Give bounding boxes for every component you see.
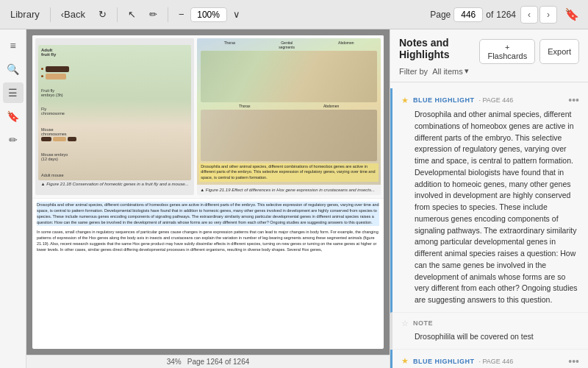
progress-percent: 34% <box>167 358 182 366</box>
page-label: Page <box>430 10 451 20</box>
note-1-header: ★ BLUE HIGHLIGHT · PAGE 446 ••• <box>401 94 579 106</box>
note-type-3: BLUE HIGHLIGHT <box>413 358 475 365</box>
chromosome-group-1 <box>41 66 188 79</box>
page-of-label: of <box>486 10 493 20</box>
fig-labels-bottom: Thorax Abdomen <box>199 104 379 108</box>
fig-21-19-caption: ▲ Figure 21.19 Effect of differences in … <box>197 186 381 195</box>
text-para-2: In some cases, small changes in regulato… <box>37 229 379 253</box>
prev-page-button[interactable]: ‹ <box>520 6 538 24</box>
figure-area: Adultfruit fly <box>32 35 384 199</box>
fig-21-18-caption: ▲ Figure 21.18 Conservation of homeotic … <box>41 182 189 188</box>
highlighted-text-doc: Drosophila and other animal species, dif… <box>199 163 379 182</box>
next-page-button[interactable]: › <box>539 6 557 24</box>
filter-value: All items <box>432 67 463 76</box>
filter-arrow-icon: ▾ <box>465 66 469 76</box>
sidebar-menu-button[interactable]: ≡ <box>3 35 24 56</box>
mouse-chromosomes: Mousechromosomes <box>41 127 188 141</box>
figure-right: Thorax Genitalsegments Abdomen Thorax Ab… <box>197 38 381 195</box>
mouse-chr-3 <box>68 137 76 141</box>
chr-dot <box>41 75 43 77</box>
note-menu-3[interactable]: ••• <box>568 355 579 367</box>
notes-list: ★ BLUE HIGHLIGHT · PAGE 446 ••• Drosophi… <box>390 82 588 368</box>
note-menu-1[interactable]: ••• <box>568 94 579 106</box>
chr-bar <box>46 74 66 79</box>
refresh-button[interactable]: ↻ <box>94 6 111 23</box>
page-number-input[interactable] <box>453 7 483 22</box>
highlighted-para-1: Drosophila and other animal species, dif… <box>37 202 379 226</box>
fruit-fly-chr-label: Fruit flyembryo (3h) <box>41 88 188 97</box>
main-toolbar: Library ‹ Back ↻ ↖ ✏ − 100% ∨ Page of 12… <box>0 0 588 29</box>
star-icon-2[interactable]: ☆ <box>401 319 409 328</box>
note-item-3: ★ BLUE HIGHLIGHT · PAGE 446 ••• Adultfru… <box>390 350 588 369</box>
main-content: ≡ 🔍 ☰ 🔖 ✏ Adultfruit fly <box>0 29 588 368</box>
fig-adult-fruit-fly-label: Adultfruit fly <box>41 48 188 57</box>
chr-bar <box>46 66 69 72</box>
notes-highlights-panel: Notes and Highlights + Flashcards Export… <box>390 29 588 368</box>
filter-label: Filter by <box>399 67 428 76</box>
page-control: Page of 1264 <box>430 7 516 22</box>
back-button[interactable]: ‹ Back <box>57 6 90 23</box>
genital-label: Genitalsegments <box>279 40 295 49</box>
mouse-chr-label: Mousechromosomes <box>41 127 188 136</box>
bottom-status-bar: 34% Page 1264 of 1264 <box>26 355 390 368</box>
note-2-header: ☆ NOTE <box>401 319 579 328</box>
flashcards-button[interactable]: + Flashcards <box>479 39 535 64</box>
highlight-icon: ✏ <box>149 9 157 20</box>
zoom-in-button[interactable]: ∨ <box>229 6 245 23</box>
star-icon-3[interactable]: ★ <box>401 356 409 366</box>
mouse-embryo-label: Mouse embryo(12 days) <box>41 152 188 161</box>
zoom-out-button[interactable]: − <box>174 6 189 23</box>
notes-panel-title: Notes and Highlights <box>399 37 479 60</box>
note-page-3: · PAGE 446 <box>479 358 514 365</box>
note-type-1: BLUE HIGHLIGHT <box>413 96 475 104</box>
sidebar-search-button[interactable]: 🔍 <box>3 59 24 79</box>
thorax-label-1: Thorax <box>224 40 236 49</box>
abdomen-label-1: Abdomen <box>338 40 354 49</box>
filter-row: Filter by All items ▾ <box>399 66 579 76</box>
fig-21-19-image: Thorax Genitalsegments Abdomen Thorax Ab… <box>197 38 381 185</box>
page-nav: ‹ › <box>520 6 557 24</box>
library-button[interactable]: Library <box>6 6 44 23</box>
notes-header: Notes and Highlights + Flashcards Export… <box>390 29 588 82</box>
note-3-header: ★ BLUE HIGHLIGHT · PAGE 446 ••• <box>401 355 579 367</box>
zoom-value-display: 100% <box>190 7 227 22</box>
page-content: Adultfruit fly <box>32 35 384 349</box>
toolbar-separator <box>50 7 51 22</box>
organism-image-1 <box>201 51 377 102</box>
sidebar-toc-button[interactable]: ☰ <box>3 82 24 103</box>
bookmark-icon: 🔖 <box>564 8 579 21</box>
star-icon-1[interactable]: ★ <box>401 96 409 105</box>
chromosome-figure: Adultfruit fly <box>38 45 191 180</box>
cursor-icon: ↖ <box>128 9 136 20</box>
library-label: Library <box>10 9 40 20</box>
fly-chromosome-label: Flychromosome <box>41 107 188 116</box>
fig-labels-top: Thorax Genitalsegments Abdomen <box>199 40 379 49</box>
export-button[interactable]: Export <box>539 39 579 64</box>
sidebar-bookmarks-button[interactable]: 🔖 <box>3 106 24 127</box>
refresh-icon: ↻ <box>98 9 107 20</box>
note-item-2: ☆ NOTE Drosophilila will be covered on t… <box>390 313 588 350</box>
chr-row-1 <box>41 66 188 72</box>
chr-dot <box>41 68 43 70</box>
sidebar-notes-button[interactable]: ✏ <box>3 130 24 150</box>
thorax-label-2: Thorax <box>239 104 251 108</box>
filter-dropdown[interactable]: All items ▾ <box>432 66 469 76</box>
figure-left: Adultfruit fly <box>35 38 194 195</box>
adult-mouse-label: Adult mouse <box>41 173 188 177</box>
bookmark-button[interactable]: 🔖 <box>562 6 582 23</box>
document-viewer: Adultfruit fly <box>26 29 390 368</box>
notes-actions: + Flashcards Export <box>479 39 579 64</box>
zoom-in-icon: ∨ <box>233 9 240 20</box>
left-sidebar: ≡ 🔍 ☰ 🔖 ✏ <box>0 29 26 368</box>
back-label: Back <box>64 9 85 20</box>
document-page: Adultfruit fly <box>32 35 384 349</box>
page-text-area: Drosophila and other animal species, dif… <box>32 199 384 349</box>
note-type-2: NOTE <box>413 319 433 327</box>
organism-image-2 <box>201 110 377 161</box>
toolbar-separator-2 <box>117 7 118 22</box>
mouse-chr-bars <box>41 137 188 141</box>
note-item-1: ★ BLUE HIGHLIGHT · PAGE 446 ••• Drosophi… <box>390 88 588 313</box>
highlight-tool-button[interactable]: ✏ <box>145 6 162 23</box>
cursor-tool-button[interactable]: ↖ <box>123 6 140 23</box>
bottom-page-info: Page 1264 of 1264 <box>187 358 250 366</box>
